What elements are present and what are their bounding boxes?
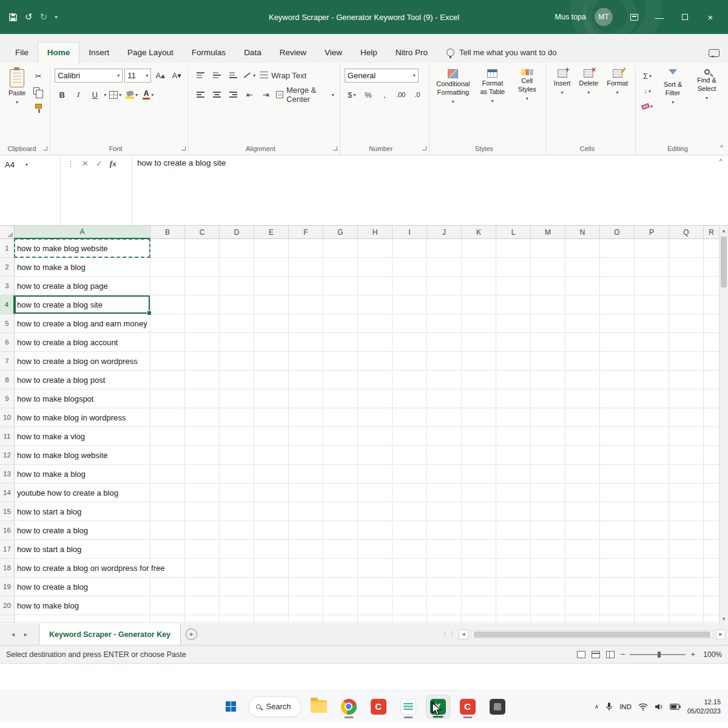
cell-K10[interactable] [462,408,496,427]
cell-P12[interactable] [635,446,669,465]
cell-G1[interactable] [323,239,358,258]
cell-G8[interactable] [323,371,358,389]
cell-R15[interactable] [704,502,719,521]
number-format-combobox[interactable]: General▾ [345,69,419,83]
cell-I20[interactable] [393,596,427,615]
cell-O3[interactable] [600,277,635,295]
cell-A3[interactable]: how to create a blog page [15,277,150,295]
cell-P20[interactable] [635,596,669,615]
cell-C7[interactable] [185,352,220,371]
minimize-button[interactable]: — [647,5,672,29]
cell-L11[interactable] [496,427,531,446]
cell-N20[interactable] [565,596,600,615]
decrease-decimal-button[interactable]: .0 [410,88,425,101]
cell-C8[interactable] [185,371,220,389]
cell-H6[interactable] [358,333,393,352]
cell-C18[interactable] [185,559,220,578]
cell-N3[interactable] [565,277,600,295]
zoom-out-icon[interactable]: − [621,650,625,659]
cell-H1[interactable] [358,239,393,258]
row-header-3[interactable]: 3 [0,277,15,295]
cell-D9[interactable] [220,389,254,408]
cell-N8[interactable] [565,371,600,389]
cell-A5[interactable]: how to create a blog and earn money [15,314,150,333]
cell-F13[interactable] [289,465,323,484]
cell-K19[interactable] [462,578,496,596]
cell-A11[interactable]: how to make a vlog [15,427,150,446]
cell-P7[interactable] [635,352,669,371]
cell-H18[interactable] [358,559,393,578]
font-name-combobox[interactable]: Calibri▾ [55,69,123,83]
cell-N18[interactable] [565,559,600,578]
cell-H5[interactable] [358,314,393,333]
cell-O20[interactable] [600,596,635,615]
cell-J9[interactable] [427,389,462,408]
cell-Q17[interactable] [669,540,704,559]
cell-M15[interactable] [531,502,565,521]
new-sheet-button[interactable]: + [181,624,201,645]
cell-J8[interactable] [427,371,462,389]
cell-R19[interactable] [704,578,719,596]
cell-B1[interactable] [150,239,185,258]
underline-caret-icon[interactable]: ▾ [104,92,106,98]
cell-I2[interactable] [393,258,427,277]
cell-H15[interactable] [358,502,393,521]
cell-L2[interactable] [496,258,531,277]
cell-C20[interactable] [185,596,220,615]
language-indicator[interactable]: IND [619,703,632,710]
cell-G20[interactable] [323,596,358,615]
cell-M3[interactable] [531,277,565,295]
tab-page-layout[interactable]: Page Layout [118,42,183,63]
cell-K13[interactable] [462,465,496,484]
cell-P5[interactable] [635,314,669,333]
tab-nitro-pro[interactable]: Nitro Pro [386,42,437,63]
cell-A13[interactable]: how to make a blog [15,465,150,484]
row-header-7[interactable]: 7 [0,352,15,371]
cell-E2[interactable] [254,258,289,277]
row-header-14[interactable]: 14 [0,484,15,502]
cell-B9[interactable] [150,389,185,408]
cell-Q16[interactable] [669,521,704,540]
speaker-icon[interactable] [655,703,663,710]
cell-F2[interactable] [289,258,323,277]
cell-N16[interactable] [565,521,600,540]
cell-K5[interactable] [462,314,496,333]
tab-help[interactable]: Help [351,42,386,63]
increase-indent-button[interactable]: ⇥ [258,88,273,101]
cell-L14[interactable] [496,484,531,502]
file-explorer-button[interactable] [307,695,331,719]
cell-G2[interactable] [323,258,358,277]
cell-A14[interactable]: youtube how to create a blog [15,484,150,502]
cell-N4[interactable] [565,295,600,314]
col-header-D[interactable]: D [220,226,254,239]
cell-I13[interactable] [393,465,427,484]
cell-M18[interactable] [531,559,565,578]
alignment-dialog-launcher[interactable] [333,146,337,150]
cell-D6[interactable] [220,333,254,352]
format-cells-button[interactable]: Format ▾ [604,67,631,140]
cell-E3[interactable] [254,277,289,295]
cell-L4[interactable] [496,295,531,314]
cell-J16[interactable] [427,521,462,540]
cell-C16[interactable] [185,521,220,540]
cell-A7[interactable]: how to create a blog on wordpress [15,352,150,371]
cell-O13[interactable] [600,465,635,484]
col-header-O[interactable]: O [600,226,635,239]
cell-I18[interactable] [393,559,427,578]
cell-G12[interactable] [323,446,358,465]
cell-N15[interactable] [565,502,600,521]
cell-B10[interactable] [150,408,185,427]
ribbon-display-options-button[interactable] [621,5,647,29]
cell-E8[interactable] [254,371,289,389]
col-header-R[interactable]: R [704,226,719,239]
cell-R8[interactable] [704,371,719,389]
paste-caret-icon[interactable]: ▾ [16,99,18,105]
name-box-caret-icon[interactable]: ▾ [25,162,28,167]
cell-R10[interactable] [704,408,719,427]
cell-L19[interactable] [496,578,531,596]
cell-G19[interactable] [323,578,358,596]
cell-K14[interactable] [462,484,496,502]
cell-F20[interactable] [289,596,323,615]
zoom-slider-thumb[interactable] [658,652,661,658]
cell-K3[interactable] [462,277,496,295]
